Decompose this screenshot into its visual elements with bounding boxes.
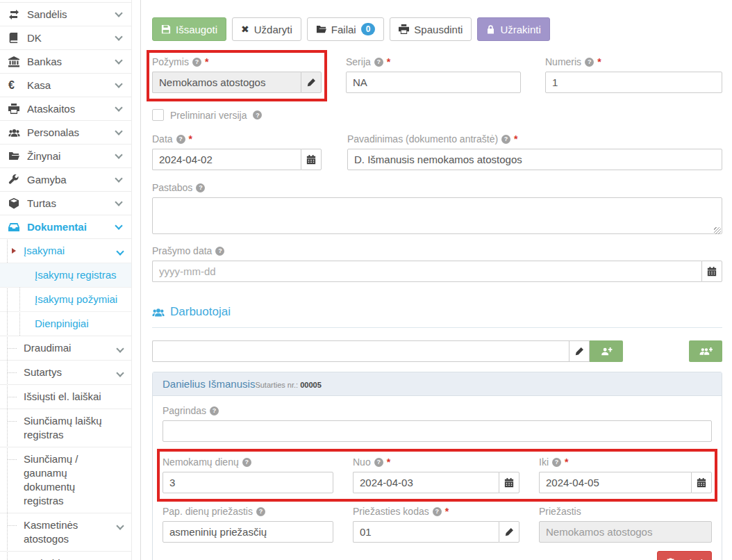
submenu-item-issiusti-laiskai[interactable]: Išsiųsti el. laiškai [0,384,131,409]
book-icon [8,33,27,43]
help-icon [585,58,594,67]
submenu-item-isakymai[interactable]: Įsakymai [0,238,131,263]
sidebar-item-label: Gamyba [27,174,112,186]
iki-field[interactable] [539,472,691,493]
calendar-icon [707,267,717,277]
preliminari-checkbox[interactable] [152,109,164,121]
nuo-label: Nuo [353,456,371,468]
print-button[interactable]: Spausdinti [390,17,472,41]
serija-field[interactable] [346,72,521,93]
submenu-item-label: Dienpinigiai [35,318,89,329]
chevron-down-icon [115,151,122,158]
chevron-down-icon [115,127,122,135]
submenu-item-siunciamu-gaunamu-registras[interactable]: Siunčiamų / gaunamų dokumentų registras [0,447,131,513]
sidebar-item-label: Bankas [27,56,112,67]
employee-card-body: Pagrindas Nemokamų dienų [153,396,722,560]
sidebar-item-personalas[interactable]: Personalas [0,120,131,144]
nuo-calendar-button[interactable] [499,472,519,493]
submenu-item-isakymu-registras[interactable]: Įsakymų registras [0,263,131,287]
submenu-item-sutartys[interactable]: Sutartys [0,360,131,384]
pagrindas-field[interactable] [163,420,712,442]
sidebar-item-ataskaitos[interactable]: Ataskaitos [0,97,131,120]
pastabos-field[interactable] [152,197,722,234]
nemokamu-dienu-field[interactable] [163,472,333,493]
iki-label: Iki [539,456,549,468]
help-icon [501,135,510,144]
files-button[interactable]: Failai 0 [307,17,385,41]
chevron-down-icon [116,247,124,255]
priezasties-kodas-field[interactable] [353,521,499,543]
sidebar-item-gamyba[interactable]: Gamyba [0,167,131,191]
employee-search-edit-button[interactable] [569,340,590,362]
iki-calendar-button[interactable] [691,472,712,493]
sidebar-item-dokumentai[interactable]: Dokumentai [0,215,131,238]
submenu-item-nedarbingumo-pazymejimai[interactable]: Nedarbingumo pažymėjimai [0,551,131,560]
employee-card: Danielius Išmanusis Sutarties nr.: 00005… [152,372,722,560]
submenu-item-dienpinigiai[interactable]: Dienpinigiai [0,311,131,336]
submenu-item-draudimai[interactable]: Draudimai [0,336,131,360]
help-icon [192,58,201,67]
nuo-field[interactable] [353,472,499,493]
close-icon: ✖ [241,24,249,35]
submenu-item-isakymu-pozymiai[interactable]: Įsakymų požymiai [0,287,131,311]
chevron-down-icon [115,174,122,182]
sidebar-item-label: Turtas [27,197,112,209]
required-marker [387,456,390,468]
sidebar-item-dk[interactable]: DK [0,26,131,49]
pap-dienu-priezastis-field[interactable] [163,521,333,543]
save-button[interactable]: Išsaugoti [152,17,226,41]
sidebar-item-bankas[interactable]: Bankas [0,49,131,73]
section-divider [152,327,722,328]
submenu-item-label: Įsakymų registras [35,269,117,281]
contract-number-value: 00005 [300,381,322,389]
numeris-field[interactable] [545,72,722,93]
toolbar: Išsaugoti ✖ Uždaryti Failai 0 Spausdinti… [152,17,722,41]
pavadinimas-field[interactable] [347,149,722,170]
employee-search-input[interactable] [152,340,569,362]
nemokamu-dienu-label: Nemokamų dienų [163,456,239,468]
sidebar-item-kasa[interactable]: € Kasa [0,73,131,97]
prasymo-data-field[interactable] [152,261,701,282]
sidebar-item-zinynai[interactable]: Žinynai [0,144,131,167]
pap-dienu-priezastis-label: Pap. dienų priežastis [163,505,253,518]
wrench-icon [8,174,27,185]
prasymo-data-calendar-button[interactable] [701,261,722,282]
calendar-icon [697,478,706,488]
add-employee-button[interactable] [590,340,623,362]
priezastis-field [539,521,712,543]
required-marker [445,505,449,518]
sidebar-item-label: Sandėlis [27,8,112,20]
required-marker [189,133,192,145]
close-button[interactable]: ✖ Uždaryti [232,17,301,41]
printer-icon [8,104,27,115]
pozymis-edit-button[interactable] [301,72,322,93]
data-field[interactable] [152,149,301,170]
euro-icon: € [8,80,27,91]
help-icon [253,110,262,120]
lock-button[interactable]: Užrakinti [477,17,549,41]
submenu-item-kasmetines-atostogos[interactable]: Kasmetinės atostogos [0,513,131,551]
lock-icon [486,24,495,34]
required-marker [565,456,568,468]
required-marker [514,133,517,145]
submenu-item-label: Kasmetinės atostogos [24,519,78,545]
help-icon [215,247,224,256]
sidebar-item-sandelis[interactable]: Sandėlis [0,2,131,26]
data-calendar-button[interactable] [301,149,322,170]
submenu-item-siunciamu-laisku-registras[interactable]: Siunčiamų laiškų registras [0,409,131,447]
submenu-item-label: Draudimai [24,342,71,354]
folder-open-icon [8,151,27,162]
required-marker [205,56,208,68]
add-all-employees-button[interactable] [689,340,722,362]
employee-search-row [152,340,722,362]
printer-icon [399,24,409,35]
delete-employee-button[interactable]: Trinti [657,551,712,560]
submenu-item-label: Nedarbingumo pažymėjimai [24,557,92,560]
sidebar-item-label: Dokumentai [27,221,112,233]
sidebar-item-label: DK [27,32,112,44]
chevron-down-icon [116,369,124,377]
priezasties-kodas-edit-button[interactable] [499,521,519,543]
priezastis-label: Priežastis [539,505,581,518]
sidebar-item-turtas[interactable]: Turtas [0,191,131,215]
floppy-icon [161,24,171,34]
